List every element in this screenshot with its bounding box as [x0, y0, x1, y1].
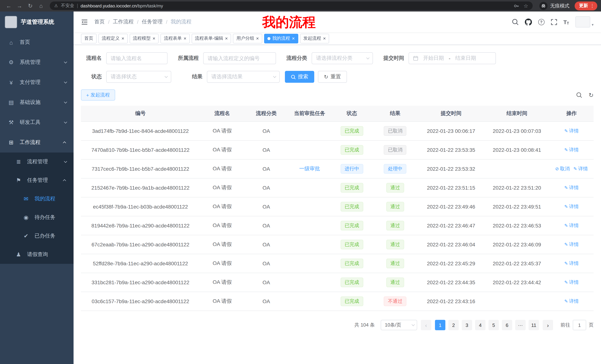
- pager-page-3[interactable]: 3: [462, 320, 472, 330]
- close-icon[interactable]: ×: [183, 36, 186, 41]
- caret-down-icon: ▾: [592, 23, 594, 28]
- hamburger-icon[interactable]: [81, 18, 88, 25]
- date-range-picker[interactable]: 开始日期 - 结束日期: [409, 52, 496, 64]
- breadcrumb-item[interactable]: 任务管理: [142, 19, 163, 25]
- detail-action-link[interactable]: ✎详情: [564, 204, 579, 209]
- sidebar-item-home[interactable]: ⌂首页: [0, 32, 74, 52]
- sidebar-item-done[interactable]: ✔已办任务: [0, 227, 74, 245]
- goto-label: 前往: [561, 322, 570, 328]
- category-placeholder: 请选择流程分类: [316, 55, 352, 62]
- breadcrumb-item[interactable]: 首页: [94, 19, 105, 25]
- sidebar-item-chat[interactable]: ✉我的流程: [0, 190, 74, 208]
- detail-action-link[interactable]: ✎详情: [564, 223, 579, 228]
- plus-icon: +: [86, 92, 89, 98]
- bookmark-star-icon[interactable]: ☆: [523, 3, 528, 9]
- result-select[interactable]: 请选择流结果: [207, 71, 280, 83]
- detail-action-link[interactable]: ✎详情: [564, 128, 579, 134]
- breadcrumb-item[interactable]: 工作流程: [113, 19, 134, 25]
- cell-actions: ✎详情: [550, 178, 594, 197]
- font-size-icon[interactable]: TT: [563, 19, 569, 25]
- avatar[interactable]: [575, 16, 590, 28]
- status-tag: 已完成: [341, 240, 363, 249]
- sidebar-item-eye[interactable]: ◉待办任务: [0, 208, 74, 227]
- fullscreen-icon[interactable]: [551, 19, 557, 25]
- close-icon[interactable]: ×: [323, 36, 326, 41]
- task-link[interactable]: 一级审批: [299, 165, 320, 172]
- password-key-icon[interactable]: [514, 3, 519, 8]
- cell-id: 7317cec6-7b9b-11ec-b5b7-acde48001122: [81, 159, 200, 178]
- tab-5[interactable]: 用户分组×: [233, 34, 262, 43]
- sidebar-item-payment[interactable]: ¥支付管理: [0, 72, 74, 92]
- pager-page-6[interactable]: 6: [502, 320, 512, 330]
- pager-page-4[interactable]: 4: [475, 320, 485, 330]
- close-icon[interactable]: ×: [256, 36, 259, 41]
- tab-6[interactable]: 我的流程×: [264, 34, 298, 43]
- tab-7[interactable]: 发起流程×: [300, 34, 329, 43]
- browser-menu-icon[interactable]: ⋮: [590, 3, 595, 9]
- address-bar[interactable]: ⚠ 不安全 dashboard.yudao.iocoder.cn/bpm/tas…: [50, 1, 533, 10]
- detail-action-link[interactable]: ✎详情: [564, 241, 579, 247]
- reload-icon[interactable]: ↻: [25, 2, 35, 9]
- detail-action-link[interactable]: ✎详情: [573, 166, 588, 172]
- sidebar-item-process-list[interactable]: ≣流程管理: [0, 153, 74, 171]
- sidebar: 芋道管理系统 ⌂首页⚙系统管理¥支付管理▤基础设施⚒研发工具⊞工作流程≣流程管理…: [0, 11, 74, 364]
- reset-button[interactable]: ↻ 重置: [318, 71, 347, 83]
- tab-0[interactable]: 首页: [81, 34, 97, 43]
- browser-home-icon[interactable]: ⌂: [36, 3, 46, 9]
- tab-label: 我的流程: [272, 35, 290, 42]
- category-select[interactable]: 请选择流程分类: [312, 52, 373, 64]
- page-size-select[interactable]: 10条/页: [381, 320, 417, 330]
- pager-page-11[interactable]: 11: [529, 320, 539, 330]
- detail-action-link[interactable]: ✎详情: [564, 147, 579, 153]
- detail-action-link[interactable]: ✎详情: [564, 298, 579, 304]
- detail-action-link[interactable]: ✎详情: [564, 260, 579, 266]
- back-icon[interactable]: ←: [4, 3, 14, 9]
- result-tag: 通过: [386, 183, 404, 192]
- column-header: 结果: [372, 106, 418, 122]
- sidebar-item-workflow[interactable]: ⊞工作流程: [0, 133, 74, 153]
- cancel-action-link[interactable]: ⊘取消: [555, 166, 570, 172]
- sidebar-item-task[interactable]: ⚑任务管理: [0, 171, 74, 190]
- sidebar-item-tools[interactable]: ⚒研发工具: [0, 112, 74, 133]
- update-button[interactable]: 更新 ⋮: [575, 1, 597, 10]
- cell-result: 已取消: [372, 122, 418, 140]
- cell-end-time: 2022-01-23 00:07:03: [484, 122, 550, 140]
- help-icon[interactable]: ?: [538, 19, 544, 25]
- tab-3[interactable]: 流程表单×: [160, 34, 190, 43]
- status-select[interactable]: 请选择状态: [106, 71, 171, 83]
- close-icon[interactable]: ×: [152, 36, 155, 41]
- goto-page-input[interactable]: [573, 320, 586, 330]
- pager-page-1[interactable]: 1: [435, 320, 445, 330]
- show-search-icon[interactable]: [576, 92, 582, 98]
- url-text[interactable]: dashboard.yudao.iocoder.cn/bpm/task/my: [80, 3, 511, 8]
- forward-icon[interactable]: →: [14, 3, 25, 9]
- github-icon[interactable]: [525, 18, 532, 25]
- pager-more-button[interactable]: ···: [515, 320, 526, 330]
- cell-actions: ✎详情: [550, 273, 594, 292]
- close-icon[interactable]: ×: [121, 36, 124, 41]
- next-page-button[interactable]: ›: [543, 320, 553, 330]
- close-icon[interactable]: ×: [225, 36, 228, 41]
- security-label[interactable]: 不安全: [61, 3, 74, 9]
- prev-page-button[interactable]: ‹: [421, 320, 431, 330]
- start-date-placeholder: 开始日期: [423, 55, 444, 62]
- sidebar-item-user[interactable]: ♟请假查询: [0, 245, 74, 264]
- cell-current-task: [288, 122, 331, 140]
- close-icon[interactable]: ×: [292, 36, 295, 41]
- search-button[interactable]: 搜索: [285, 71, 314, 83]
- tab-4[interactable]: 流程表单-编辑×: [192, 34, 231, 43]
- process-name-input[interactable]: [106, 52, 168, 64]
- search-icon[interactable]: [512, 19, 518, 25]
- create-process-button[interactable]: + 发起流程: [81, 89, 115, 101]
- tab-1[interactable]: 流程定义×: [99, 34, 128, 43]
- process-key-input[interactable]: [203, 52, 276, 64]
- sidebar-item-gear[interactable]: ⚙系统管理: [0, 52, 74, 72]
- sidebar-item-infrastructure[interactable]: ▤基础设施: [0, 92, 74, 112]
- pager-page-2[interactable]: 2: [448, 320, 459, 330]
- tab-2[interactable]: 流程模型×: [130, 34, 159, 43]
- detail-action-link[interactable]: ✎详情: [564, 279, 579, 285]
- refresh-table-icon[interactable]: ↻: [589, 91, 594, 98]
- pager-page-5[interactable]: 5: [489, 320, 499, 330]
- detail-action-link[interactable]: ✎详情: [564, 185, 579, 190]
- user-menu[interactable]: ▾: [575, 16, 594, 28]
